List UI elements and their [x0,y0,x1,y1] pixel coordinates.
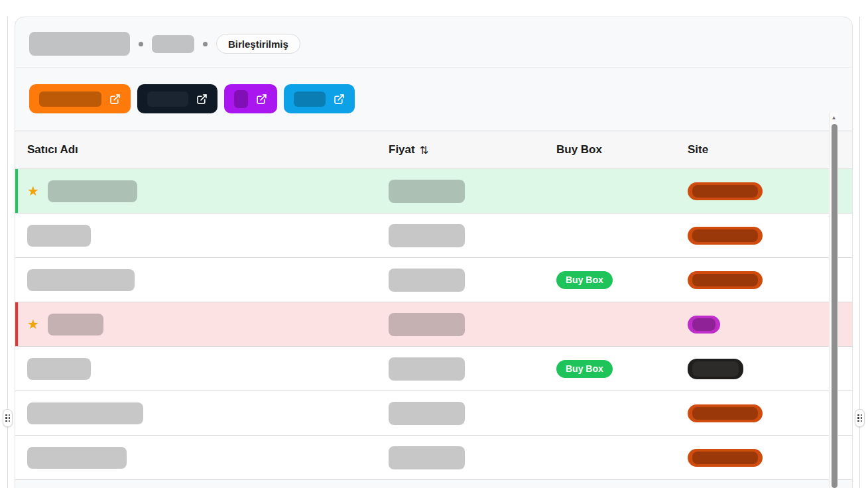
table-row[interactable]: Buy Box [15,258,852,302]
table-header-row: Satıcı Adı Fiyat ⇅ Buy Box Site [15,131,852,169]
seller-name-cell [27,225,389,247]
seller-name-placeholder [48,180,137,202]
favorite-star-icon[interactable]: ★ [27,184,39,198]
external-link-icon [196,93,208,105]
breadcrumb-placeholder-secondary [152,35,194,53]
grip-dots-icon [5,414,10,422]
seller-name-cell [27,402,389,424]
scrollbar-thumb[interactable] [832,124,837,488]
column-header-site-label: Site [688,143,708,156]
scrollbar-up-arrow-icon[interactable]: ▲ [830,113,838,123]
seller-name-placeholder [27,225,91,247]
seller-name-cell [27,358,389,380]
buybox-cell: Buy Box [556,360,688,378]
column-header-buybox: Buy Box [556,143,688,156]
sort-arrows-icon[interactable]: ⇅ [420,144,428,156]
seller-name-cell [27,269,389,291]
column-header-site: Site [688,143,852,156]
site-cell [688,271,852,289]
vertical-scrollbar[interactable]: ▲ [829,113,838,488]
site-cell [688,227,852,245]
site-pill[interactable] [688,271,763,289]
orange-external-link-button[interactable] [29,84,131,113]
merged-status-badge: Birleştirilmiş [216,34,300,54]
seller-name-placeholder [27,447,127,469]
breadcrumb: Birleştirilmiş [15,17,852,67]
seller-name-placeholder [27,402,143,424]
seller-panel-card: Birleştirilmiş [15,17,853,488]
site-cell [688,404,852,422]
price-cell [389,269,556,292]
price-placeholder [389,269,465,292]
price-placeholder [389,446,465,469]
purple-external-link-button[interactable] [224,84,277,113]
dark-external-link-button[interactable] [137,84,217,113]
seller-name-placeholder [48,314,103,336]
column-header-buybox-label: Buy Box [556,143,602,156]
column-header-price[interactable]: Fiyat ⇅ [389,143,556,156]
table-row[interactable]: ★ [15,169,852,213]
table-row[interactable] [15,391,852,436]
site-pill[interactable] [688,182,763,200]
price-cell [389,224,556,247]
external-link-icon [334,93,345,105]
column-header-seller: Satıcı Adı [27,143,389,156]
price-placeholder [389,402,465,425]
price-placeholder [389,313,465,336]
buybox-badge: Buy Box [556,271,613,289]
site-cell [688,359,852,379]
price-cell [389,313,556,336]
price-placeholder [389,224,465,247]
price-cell [389,357,556,381]
price-placeholder [389,180,465,203]
table-row[interactable]: Buy Box [15,347,852,391]
column-header-price-label: Fiyat [389,143,415,156]
table-body: ★ [15,169,852,480]
button-label-placeholder [147,91,188,107]
buybox-badge: Buy Box [556,360,613,378]
table-row[interactable] [15,213,852,258]
site-pill[interactable] [688,404,763,422]
left-drag-handle[interactable] [3,409,13,427]
external-link-icon [109,93,121,105]
price-cell [389,402,556,425]
seller-name-placeholder [27,269,135,291]
price-cell [389,446,556,469]
right-drag-handle[interactable] [855,409,865,427]
table-row[interactable]: ★ [15,302,852,347]
site-pill[interactable] [688,359,743,379]
seller-name-cell: ★ [27,314,389,336]
seller-name-cell: ★ [27,180,389,202]
external-link-icon [256,93,267,105]
toolbar [15,68,852,131]
merged-status-label: Birleştirilmiş [228,38,288,50]
grip-dots-icon [857,414,862,422]
favorite-star-icon[interactable]: ★ [27,318,39,331]
site-pill[interactable] [688,316,720,334]
price-cell [389,180,556,203]
site-cell [688,182,852,200]
separator-dot-icon [139,42,143,46]
button-label-placeholder [234,90,248,108]
button-label-placeholder [294,91,326,107]
button-label-placeholder [39,91,101,107]
separator-dot-icon [203,42,208,46]
breadcrumb-placeholder-primary [29,32,130,56]
table-row[interactable] [15,436,852,480]
site-pill[interactable] [688,227,763,245]
buybox-cell: Buy Box [556,271,688,289]
blue-external-link-button[interactable] [284,84,355,113]
site-cell [688,449,852,467]
seller-name-cell [27,447,389,469]
price-placeholder [389,357,465,381]
site-cell [688,316,852,334]
site-pill[interactable] [688,449,763,467]
column-header-seller-label: Satıcı Adı [27,143,78,156]
seller-name-placeholder [27,358,91,380]
